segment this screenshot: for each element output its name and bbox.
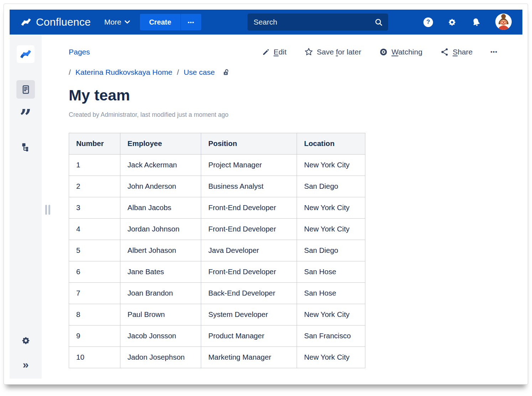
chevron-down-icon <box>125 20 130 24</box>
cell-employee: Jordan Johnson <box>120 218 201 240</box>
quotes-icon: ” <box>20 111 31 123</box>
pages-icon <box>21 84 31 95</box>
cell-location: New York City <box>297 304 365 325</box>
column-header-number: Number <box>69 133 120 154</box>
double-chevron-right-icon: » <box>23 359 29 370</box>
search-icon[interactable] <box>374 18 383 27</box>
confluence-logo-icon <box>20 16 32 28</box>
cell-position: Java Developer <box>201 240 297 261</box>
confluence-home-link[interactable]: Confluence <box>20 16 91 28</box>
cell-employee: Jane Bates <box>120 261 201 282</box>
more-menu-button[interactable]: More <box>104 18 130 26</box>
column-header-employee: Employee <box>120 133 201 154</box>
edit-button[interactable]: Edit <box>262 48 286 56</box>
page-tree-icon <box>21 142 31 152</box>
more-menu-label: More <box>104 18 121 26</box>
cell-location: San Hose <box>297 261 365 282</box>
cell-number: 1 <box>69 154 120 176</box>
window-body: ” <box>10 35 522 379</box>
bell-icon <box>471 17 481 27</box>
cell-employee: John Anderson <box>120 176 201 197</box>
table-row: 2 John Anderson Business Analyst San Die… <box>69 176 365 197</box>
top-navigation-bar: Confluence More Create ••• <box>10 10 522 35</box>
table-row: 4 Jordan Johnson Front-End Developer New… <box>69 218 365 240</box>
expand-sidebar-button[interactable]: » <box>16 359 35 371</box>
cell-number: 7 <box>69 282 120 304</box>
star-icon <box>304 47 313 57</box>
breadcrumb-pages-link[interactable]: Pages <box>69 48 90 56</box>
breadcrumb-separator: / <box>69 68 71 77</box>
gear-icon <box>447 17 457 27</box>
table-row: 6 Jane Bates Front-End Developer San Hos… <box>69 261 365 282</box>
cell-number: 5 <box>69 240 120 261</box>
cell-employee: Joan Brandon <box>120 282 201 304</box>
cell-location: New York City <box>297 154 365 176</box>
table-row: 3 Alban Jacobs Front-End Developer New Y… <box>69 197 365 218</box>
cell-position: Front-End Developer <box>201 261 297 282</box>
cell-employee: Albert Johason <box>120 240 201 261</box>
cell-location: New York City <box>297 197 365 218</box>
sidebar-item-blog[interactable]: ” <box>16 111 35 124</box>
help-icon: ? <box>423 17 433 27</box>
page-overflow-button[interactable]: ••• <box>490 49 497 55</box>
table-row: 5 Albert Johason Java Developer San Dieg… <box>69 240 365 261</box>
breadcrumb-link-space-home[interactable]: Katerina Rudkovskaya Home <box>75 68 172 77</box>
share-icon <box>440 47 449 57</box>
header-icon-group: ? <box>423 14 512 31</box>
unrestricted-unlock-icon[interactable] <box>222 68 230 77</box>
save-for-later-button[interactable]: Save for later <box>304 47 361 57</box>
sidebar-resize-grip[interactable] <box>45 205 50 215</box>
search-input[interactable] <box>254 18 374 26</box>
cell-employee: Jacob Jonsson <box>120 325 201 346</box>
cell-position: Product Manager <box>201 325 297 346</box>
cell-number: 3 <box>69 197 120 218</box>
search-bar <box>247 14 388 31</box>
cell-employee: Paul Brown <box>120 304 201 325</box>
cell-location: San Diego <box>297 176 365 197</box>
browser-screenshot-frame: Confluence More Create ••• <box>4 4 528 385</box>
create-button[interactable]: Create <box>140 14 181 30</box>
cell-number: 2 <box>69 176 120 197</box>
avatar-image <box>495 14 512 30</box>
product-name: Confluence <box>36 16 91 28</box>
cell-number: 8 <box>69 304 120 325</box>
cell-location: New York City <box>297 218 365 240</box>
create-overflow-button[interactable]: ••• <box>181 14 201 30</box>
table-row: 7 Joan Brandon Back-End Developer San Ho… <box>69 282 365 304</box>
table-row: 9 Jacob Jonsson Product Manager San Fran… <box>69 325 365 346</box>
cell-number: 10 <box>69 346 120 368</box>
cell-employee: Jack Ackerman <box>120 154 201 176</box>
cell-position: Front-End Developer <box>201 218 297 240</box>
cell-position: Project Manager <box>201 154 297 176</box>
cell-position: System Developer <box>201 304 297 325</box>
cell-position: Back-End Developer <box>201 282 297 304</box>
sidebar-item-pages[interactable] <box>16 80 35 99</box>
user-avatar[interactable] <box>495 14 512 31</box>
space-logo-icon <box>19 47 33 61</box>
eye-icon <box>379 47 388 57</box>
cell-position: Business Analyst <box>201 176 297 197</box>
page-actions: Edit Save for later <box>262 47 497 57</box>
table-row: 10 Jadon Josephson Marketing Manager New… <box>69 346 365 368</box>
breadcrumb: / Katerina Rudkovskaya Home / Use case <box>69 67 497 78</box>
breadcrumb-separator: / <box>177 68 179 77</box>
space-logo-tile[interactable] <box>17 45 35 63</box>
help-button[interactable]: ? <box>423 17 433 27</box>
space-sidebar: ” <box>10 35 42 379</box>
table-header-row: Number Employee Position Location <box>69 133 365 154</box>
sidebar-item-page-tree[interactable] <box>16 138 35 156</box>
page-content: Pages Edit Save for later <box>42 35 522 379</box>
cell-number: 4 <box>69 218 120 240</box>
watching-button[interactable]: Watching <box>379 47 422 57</box>
admin-settings-button[interactable] <box>447 17 457 27</box>
cell-location: San Hose <box>297 282 365 304</box>
team-table: Number Employee Position Location 1 Jack… <box>69 133 365 368</box>
space-settings-button[interactable] <box>16 334 35 346</box>
cell-location: New York City <box>297 346 365 368</box>
breadcrumb-link-use-case[interactable]: Use case <box>184 68 215 77</box>
page-title: My team <box>69 86 497 105</box>
cell-number: 6 <box>69 261 120 282</box>
pencil-icon <box>262 48 270 56</box>
notifications-button[interactable] <box>471 17 481 27</box>
share-button[interactable]: Share <box>440 47 473 57</box>
